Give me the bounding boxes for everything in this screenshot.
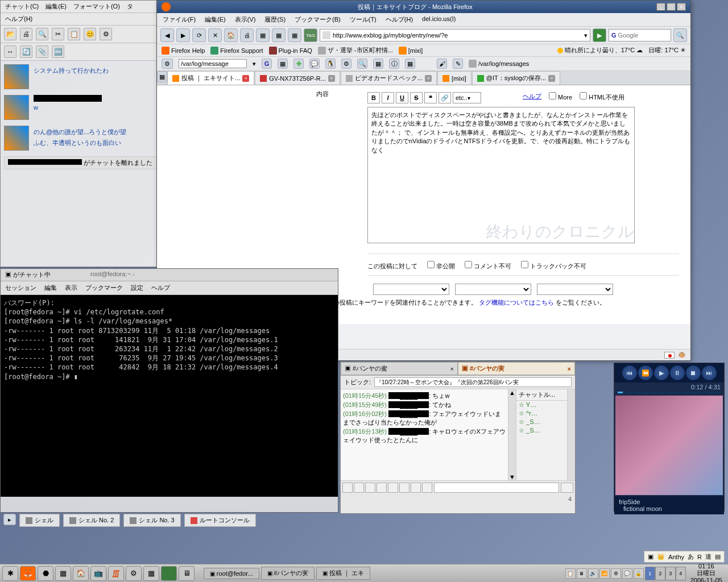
bold-button[interactable]: B: [367, 92, 380, 103]
next-button[interactable]: ⏭: [702, 365, 717, 380]
more-checkbox[interactable]: More: [549, 92, 572, 103]
open-icon[interactable]: 📂: [4, 28, 16, 40]
print-button[interactable]: 🖨: [240, 28, 254, 42]
editor-textarea[interactable]: 先ほどのポストでディスクスペースがやばいと書きましたが、なんとかインストール作業…: [367, 107, 635, 243]
menu-history[interactable]: 履歴(S): [264, 15, 286, 24]
bookmark-item[interactable]: Firefox Support: [210, 47, 263, 55]
quote-button[interactable]: ❝: [424, 92, 437, 103]
ext-icon[interactable]: ▦: [405, 59, 415, 69]
settings-icon[interactable]: ⚙: [100, 28, 112, 40]
weather-widget[interactable]: 日曜: 17°C☀: [648, 46, 686, 55]
minimprotected-button[interactable]: _: [656, 3, 665, 11]
launcher-icon[interactable]: ▦: [55, 566, 71, 581]
shell-tab[interactable]: ルートコンソール: [184, 514, 256, 527]
cut-icon[interactable]: ✂: [52, 28, 64, 40]
tray-icon[interactable]: 💬: [622, 568, 632, 579]
info-icon[interactable]: ⓘ: [389, 59, 399, 69]
ext-icon[interactable]: ⚙: [341, 59, 351, 69]
menu-bookmarks[interactable]: ブックマーク(B): [295, 15, 341, 24]
close-icon[interactable]: ×: [450, 365, 454, 372]
forward-button[interactable]: ▶: [176, 28, 190, 42]
copy-icon[interactable]: 📋: [68, 28, 80, 40]
strike-icon[interactable]: [388, 483, 398, 493]
menu-item[interactable]: タ: [127, 2, 133, 11]
chat-icon[interactable]: 💬: [309, 59, 320, 69]
color-icon[interactable]: [399, 483, 410, 493]
irc-message-input[interactable]: [434, 483, 559, 493]
bookmark-item[interactable]: [mixi]: [399, 47, 423, 55]
terminal-output[interactable]: パスワード(P): [root@fedora ~]# vi /etc/logro…: [1, 295, 338, 497]
close-icon[interactable]: ×: [568, 365, 571, 372]
browser-tab[interactable]: GV-NX73T256P-R...×: [255, 71, 340, 85]
send-button[interactable]: [561, 483, 573, 493]
topic-input[interactable]: [374, 377, 572, 387]
newtab-button[interactable]: ▸: [3, 514, 16, 525]
taskbar-item[interactable]: ▣ 投稿 ｜ エキ: [316, 567, 370, 580]
ext-icon[interactable]: ▦: [272, 28, 286, 42]
scrollbar[interactable]: [567, 389, 575, 480]
terminal-titlebar[interactable]: ▣ がチャット中 root@fedora:~ -: [1, 269, 338, 281]
ext-icon[interactable]: ▦: [288, 28, 301, 42]
ext-icon[interactable]: ▦: [373, 59, 383, 69]
taskbar-clock[interactable]: 01:16 日曜日 2006-11-05: [687, 563, 726, 582]
ime-mode[interactable]: あ: [688, 552, 694, 561]
search-icon[interactable]: 🔍: [357, 59, 367, 69]
menu-item[interactable]: 編集(E): [46, 2, 67, 11]
no-trackback-checkbox[interactable]: トラックバック不可: [521, 263, 586, 269]
launcher-icon[interactable]: [161, 566, 177, 581]
irc-user[interactable]: ☆ Y…: [516, 401, 567, 409]
maximize-button[interactable]: □: [667, 3, 676, 11]
pager-cell[interactable]: 2: [655, 567, 665, 580]
tray-icon[interactable]: ⚙: [611, 568, 621, 579]
browser-tab[interactable]: @IT：syslogの保存...×: [472, 71, 560, 85]
prev-button[interactable]: ⏮: [622, 365, 637, 380]
irc-channel-tab[interactable]: ▣ #パンヤの実×: [458, 362, 575, 375]
ime-bar[interactable]: ▣ 👑 Anthy あ R 連 ▤: [644, 551, 725, 563]
shell-tab[interactable]: シェル: [19, 514, 60, 527]
ext-icon[interactable]: ⚙: [162, 59, 173, 69]
launcher-icon[interactable]: ∭: [108, 566, 124, 581]
menu-help[interactable]: ヘルプ: [151, 284, 170, 292]
tray-icon[interactable]: 📶: [599, 568, 610, 579]
pager-cell[interactable]: 3: [665, 567, 676, 580]
browser-tab[interactable]: 投稿 ｜ エキサイト...×: [167, 71, 254, 85]
menu-help[interactable]: ヘルプ(H): [386, 15, 413, 24]
bookmark-item[interactable]: ザ・選挙 -市区町村情...: [318, 46, 393, 55]
taskbar-item[interactable]: ▣ root@fedor...: [204, 568, 259, 579]
pause-button[interactable]: ⏸: [670, 365, 685, 380]
close-tab-icon[interactable]: ×: [242, 75, 249, 82]
irc-user[interactable]: ☆ ^r…: [516, 409, 567, 418]
strike-button[interactable]: S: [410, 92, 423, 103]
menu-item[interactable]: チャット(C): [5, 2, 39, 11]
dropdown-icon[interactable]: ▾: [253, 60, 256, 68]
launcher-icon[interactable]: ⚙: [126, 566, 142, 581]
font-icon[interactable]: 🔤: [52, 45, 64, 58]
clover-icon[interactable]: ✤: [293, 59, 304, 69]
go-button[interactable]: ▶: [593, 28, 606, 42]
ime-engine[interactable]: Anthy: [668, 554, 684, 560]
launcher-icon[interactable]: ▦: [143, 566, 159, 581]
brush-icon[interactable]: 🖌: [437, 59, 447, 69]
back-button[interactable]: ◀: [160, 28, 174, 42]
progress-bar[interactable]: [618, 392, 721, 393]
tray-icon[interactable]: 🔒: [634, 568, 644, 579]
private-checkbox[interactable]: 非公開: [427, 263, 455, 269]
ext-icon[interactable]: ▦: [278, 59, 288, 69]
launcher-icon[interactable]: 🖥: [179, 566, 195, 581]
italic-button[interactable]: I: [382, 92, 394, 103]
google-icon[interactable]: G: [262, 59, 272, 69]
menu-tools[interactable]: ツール(T): [350, 15, 377, 24]
stop-button[interactable]: ⏹: [686, 365, 701, 380]
home-button[interactable]: 🏠: [224, 28, 238, 42]
link-button[interactable]: 🔗: [439, 92, 451, 103]
menu-settings[interactable]: 設定: [131, 284, 143, 292]
path-input[interactable]: [179, 59, 247, 68]
nav-icon[interactable]: ↔: [4, 45, 16, 58]
attach-icon[interactable]: 📎: [36, 45, 48, 58]
ime-icon[interactable]: ▣: [648, 553, 653, 560]
irc-user[interactable]: ☆ _S…: [516, 426, 567, 435]
menu-item[interactable]: フォーマット(O): [73, 2, 120, 11]
weather-widget[interactable]: 晴れ所により曇り、17°C☁: [557, 46, 643, 55]
firefox-titlebar[interactable]: 投稿｜エキサイトブログ - Mozilla Firefox _ □ ×: [157, 1, 690, 13]
bookmark-item[interactable]: Plug-in FAQ: [269, 47, 312, 55]
